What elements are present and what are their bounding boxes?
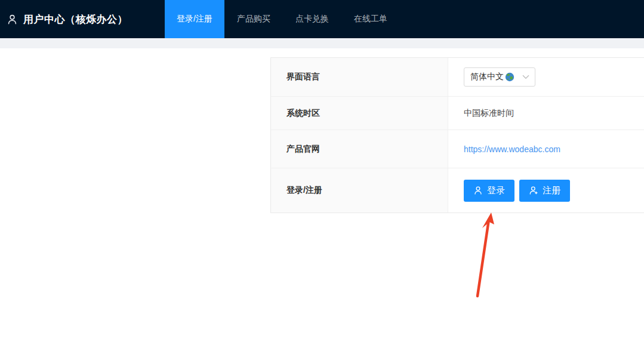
globe-icon <box>505 72 514 82</box>
user-icon <box>473 186 483 195</box>
settings-table: 界面语言 简体中文 <box>270 57 644 213</box>
top-header: 用户中心（核烁办公） 登录/注册 产品购买 点卡兑换 在线工单 <box>0 0 644 38</box>
register-button-label: 注册 <box>543 185 560 196</box>
timezone-value: 中国标准时间 <box>464 108 514 119</box>
nav-tab-online-ticket[interactable]: 在线工单 <box>341 0 400 38</box>
register-button[interactable]: 注册 <box>519 180 570 202</box>
brand: 用户中心（核烁办公） <box>0 0 165 38</box>
login-button[interactable]: 登录 <box>464 180 514 202</box>
website-link[interactable]: https://www.wodeabc.com <box>464 144 560 154</box>
sub-header-strip <box>0 38 644 48</box>
user-add-icon <box>529 186 538 195</box>
user-icon <box>7 14 18 25</box>
main-content: 界面语言 简体中文 <box>0 48 644 348</box>
page-title: 用户中心（核烁办公） <box>23 13 128 26</box>
row-label: 界面语言 <box>271 58 448 96</box>
table-row-login-register: 登录/注册 登录 <box>271 168 644 213</box>
main-nav: 登录/注册 产品购买 点卡兑换 在线工单 <box>165 0 400 38</box>
row-label: 产品官网 <box>271 130 448 168</box>
chevron-down-icon <box>522 75 529 79</box>
nav-tab-login-register[interactable]: 登录/注册 <box>165 0 224 38</box>
login-button-label: 登录 <box>487 185 505 196</box>
nav-tab-card-redeem[interactable]: 点卡兑换 <box>283 0 341 38</box>
row-label: 登录/注册 <box>271 168 448 213</box>
table-row-timezone: 系统时区 中国标准时间 <box>271 97 644 130</box>
nav-tab-product-purchase[interactable]: 产品购买 <box>224 0 283 38</box>
language-select-value: 简体中文 <box>470 72 504 82</box>
language-select[interactable]: 简体中文 <box>464 67 535 87</box>
table-row-language: 界面语言 简体中文 <box>271 58 644 97</box>
table-row-website: 产品官网 https://www.wodeabc.com <box>271 130 644 168</box>
row-label: 系统时区 <box>271 97 448 130</box>
